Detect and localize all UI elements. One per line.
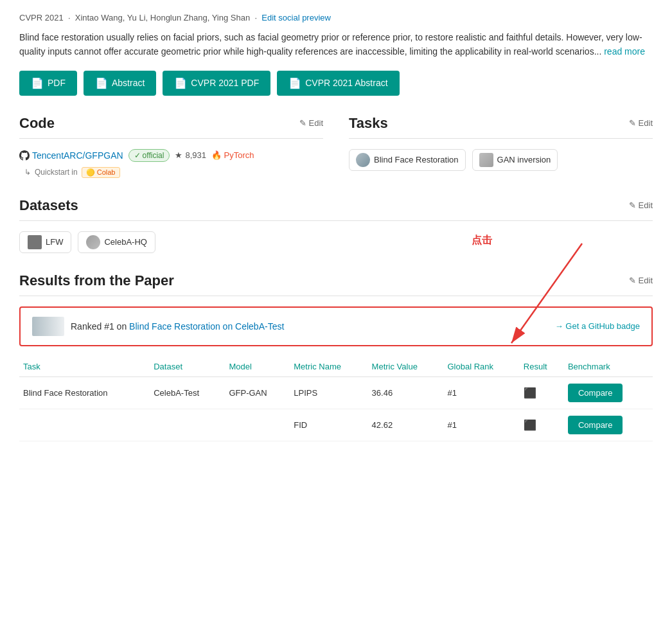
star-count: ★ 8,931 <box>175 150 206 160</box>
tasks-edit-link[interactable]: ✎ Edit <box>629 118 653 128</box>
star-icon: ★ <box>175 150 182 160</box>
results-table-header-row: Task Dataset Model Metric Name Metric Va… <box>19 357 653 377</box>
cvpr-pdf-icon: 📄 <box>174 77 187 89</box>
cvpr-abstract-button[interactable]: 📄 CVPR 2021 Abstract <box>277 71 399 96</box>
datasets-section-header: Datasets ✎ Edit <box>19 197 653 221</box>
read-more-link[interactable]: read more <box>604 46 645 57</box>
code-section: Code ✎ Edit TencentARC/GFPGAN ✓ official… <box>19 115 323 178</box>
abstract-button[interactable]: 📄 Abstract <box>84 71 156 96</box>
dataset-lfw[interactable]: LFW <box>19 231 71 253</box>
table-row: FID 42.62 #1 ⬛ Compare <box>19 409 653 441</box>
cvpr-pdf-button[interactable]: 📄 CVPR 2021 PDF <box>163 71 270 96</box>
results-edit-link[interactable]: ✎ Edit <box>629 276 653 285</box>
ranked-left: Ranked #1 on Blind Face Restoration on C… <box>32 317 284 336</box>
paper-description: Blind face restoration usually relies on… <box>19 30 653 59</box>
compare-button-1[interactable]: Compare <box>568 384 623 402</box>
results-table: Task Dataset Model Metric Name Metric Va… <box>19 357 653 441</box>
quickstart-arrow: ↳ <box>24 168 31 177</box>
celebahq-label: CelebA-HQ <box>104 237 146 247</box>
datasets-title: Datasets <box>19 197 78 214</box>
dataset-badges: LFW CelebA-HQ <box>19 231 653 253</box>
repo-row: TencentARC/GFPGAN ✓ official ★ 8,931 🔥 P… <box>19 149 323 162</box>
col-task: Task <box>19 357 150 377</box>
colab-badge[interactable]: 🟡 Colab <box>82 167 120 178</box>
row1-metric-value: 36.46 <box>368 377 444 409</box>
pytorch-icon: 🔥 <box>211 150 222 160</box>
row1-model: GFP-GAN <box>225 377 290 409</box>
code-title: Code <box>19 115 55 132</box>
col-model: Model <box>225 357 290 377</box>
col-result: Result <box>520 357 564 377</box>
datasets-edit-link[interactable]: ✎ Edit <box>629 200 653 210</box>
col-metric-value: Metric Value <box>368 357 444 377</box>
row1-metric-name: LPIPS <box>290 377 367 409</box>
row2-metric-name: FID <box>290 409 367 441</box>
table-row: Blind Face Restoration CelebA-Test GFP-G… <box>19 377 653 409</box>
row2-model <box>225 409 290 441</box>
results-section: Results from the Paper ✎ Edit 点击 Ranked … <box>19 272 653 441</box>
row1-task: Blind Face Restoration <box>19 377 150 409</box>
quickstart-row: ↳ Quickstart in 🟡 Colab <box>24 167 323 178</box>
compare-button-2[interactable]: Compare <box>568 416 623 434</box>
dataset-celebahq[interactable]: CelebA-HQ <box>78 231 155 253</box>
col-global-rank: Global Rank <box>444 357 520 377</box>
quickstart-label: Quickstart in <box>35 168 78 177</box>
row1-benchmark: Compare <box>564 377 653 409</box>
tasks-title: Tasks <box>349 115 388 132</box>
pdf-icon: 📄 <box>31 77 44 89</box>
row2-global-rank: #1 <box>444 409 520 441</box>
ranked-box: Ranked #1 on Blind Face Restoration on C… <box>19 306 653 346</box>
row2-result: ⬛ <box>520 409 564 441</box>
code-tasks-row: Code ✎ Edit TencentARC/GFPGAN ✓ official… <box>19 115 653 178</box>
blind-face-label: Blind Face Restoration <box>374 155 459 164</box>
meta-line: CVPR 2021 · Xintao Wang, Yu Li, Honglun … <box>19 13 653 22</box>
row1-dataset: CelebA-Test <box>150 377 225 409</box>
results-title: Results from the Paper <box>19 272 174 289</box>
col-dataset: Dataset <box>150 357 225 377</box>
github-icon <box>19 150 30 161</box>
edit-social-preview-link[interactable]: Edit social preview <box>261 13 331 22</box>
ranked-link[interactable]: Blind Face Restoration on CelebA-Test <box>129 321 284 332</box>
row1-result-icon[interactable]: ⬛ <box>524 387 536 398</box>
conference-label: CVPR 2021 <box>19 13 64 22</box>
repo-link[interactable]: TencentARC/GFPGAN <box>19 150 123 161</box>
datasets-section: Datasets ✎ Edit LFW CelebA-HQ <box>19 197 653 253</box>
pytorch-badge: 🔥 PyTorch <box>211 150 254 160</box>
gan-icon <box>479 153 493 167</box>
action-buttons: 📄 PDF 📄 Abstract 📄 CVPR 2021 PDF 📄 CVPR … <box>19 71 653 96</box>
cvpr-abstract-icon: 📄 <box>288 77 301 89</box>
official-badge: ✓ official <box>128 149 170 162</box>
row2-metric-value: 42.62 <box>368 409 444 441</box>
blind-face-icon <box>356 153 370 167</box>
tasks-section-header: Tasks ✎ Edit <box>349 115 653 139</box>
task-badge-blind-face[interactable]: Blind Face Restoration <box>349 149 466 171</box>
code-edit-link[interactable]: ✎ Edit <box>299 118 323 128</box>
tasks-section: Tasks ✎ Edit Blind Face Restoration GAN … <box>349 115 653 178</box>
results-section-header: Results from the Paper ✎ Edit <box>19 272 653 296</box>
row1-result: ⬛ <box>520 377 564 409</box>
github-badge-link[interactable]: → Get a GitHub badge <box>555 321 640 331</box>
task-badges: Blind Face Restoration GAN inversion <box>349 149 653 171</box>
celebahq-icon <box>86 235 100 249</box>
ranked-text: Ranked #1 on Blind Face Restoration on C… <box>71 321 284 332</box>
colab-icon: 🟡 <box>86 168 95 176</box>
lfw-icon <box>28 235 42 249</box>
results-table-head: Task Dataset Model Metric Name Metric Va… <box>19 357 653 377</box>
task-badge-gan-inversion[interactable]: GAN inversion <box>472 149 558 171</box>
row2-task <box>19 409 150 441</box>
row2-benchmark: Compare <box>564 409 653 441</box>
abstract-icon: 📄 <box>95 77 108 89</box>
row1-global-rank: #1 <box>444 377 520 409</box>
ranked-thumbnail <box>32 317 64 336</box>
click-annotation: 点击 <box>472 234 492 247</box>
check-icon: ✓ <box>134 151 141 160</box>
col-benchmark: Benchmark <box>564 357 653 377</box>
row2-dataset <box>150 409 225 441</box>
repo-name: TencentARC/GFPGAN <box>32 150 123 161</box>
col-metric-name: Metric Name <box>290 357 367 377</box>
authors-label: Xintao Wang, Yu Li, Honglun Zhang, Ying … <box>75 13 250 22</box>
results-table-body: Blind Face Restoration CelebA-Test GFP-G… <box>19 377 653 441</box>
row2-result-icon[interactable]: ⬛ <box>524 420 536 430</box>
pdf-button[interactable]: 📄 PDF <box>19 71 77 96</box>
gan-label: GAN inversion <box>497 155 551 164</box>
